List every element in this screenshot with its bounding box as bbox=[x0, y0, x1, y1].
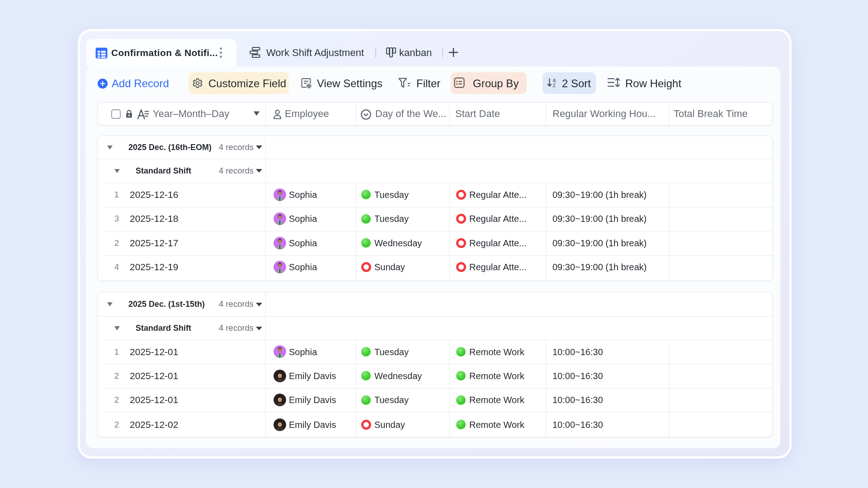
svg-text:Z: Z bbox=[553, 83, 556, 88]
